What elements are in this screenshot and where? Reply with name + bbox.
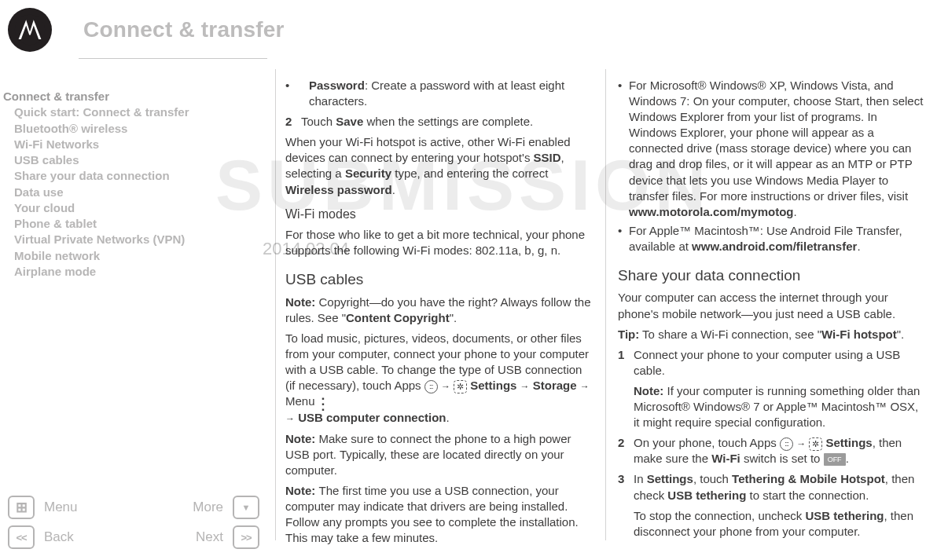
sidebar-nav: Connect & transfer Quick start: Connect …	[3, 89, 263, 280]
sidebar-item[interactable]: Wi-Fi Networks	[3, 137, 263, 152]
gear-icon	[454, 380, 467, 393]
more-label[interactable]: More	[193, 500, 233, 515]
menu-label[interactable]: Menu	[35, 500, 193, 515]
next-icon[interactable]	[233, 525, 259, 549]
text: type, and entering the correct	[391, 167, 548, 180]
link-wifi-hotspot[interactable]: Wi-Fi hotspot	[821, 328, 897, 341]
footer-nav: Menu More Back Next	[8, 492, 259, 552]
text: Settings	[822, 436, 872, 449]
apps-icon	[424, 380, 438, 393]
text: USB computer connection	[295, 411, 446, 424]
text: .	[793, 205, 796, 218]
text: Note:	[285, 295, 319, 309]
text: Make sure to connect the phone to a high…	[285, 432, 571, 477]
step-number: 1	[618, 347, 624, 363]
content-column-2: For Microsoft® Windows® XP, Windows Vist…	[618, 75, 924, 544]
sidebar-item[interactable]: Data use	[3, 185, 263, 200]
next-label[interactable]: Next	[196, 529, 233, 545]
text: Your computer can access the internet th…	[618, 290, 924, 321]
page-title: Connect & transfer	[83, 17, 285, 42]
step-number: 2	[285, 114, 292, 130]
sidebar-item[interactable]: Bluetooth® wireless	[3, 121, 263, 137]
text: Touch	[301, 115, 336, 128]
text: Note:	[285, 432, 319, 445]
text: Settings	[647, 472, 693, 485]
heading-usb-cables: USB cables	[285, 269, 592, 289]
step-number: 2	[618, 435, 624, 451]
text: For Microsoft® Windows® XP, Windows Vist…	[629, 79, 923, 203]
sidebar-item[interactable]: USB cables	[3, 152, 263, 168]
sidebar-item[interactable]: Phone & tablet	[3, 216, 263, 232]
apps-icon	[780, 437, 793, 451]
text: Tip:	[618, 328, 639, 341]
arrow-icon: →	[285, 413, 295, 424]
text: ".	[897, 328, 905, 341]
text: Menu	[285, 394, 318, 408]
text: .	[846, 452, 849, 465]
sidebar-item[interactable]: Quick start: Connect & transfer	[3, 104, 263, 120]
arrow-icon: →	[580, 381, 590, 392]
text: to start the connection.	[746, 489, 869, 502]
text: Settings	[467, 379, 520, 392]
text: Security	[345, 167, 391, 180]
text: Note:	[634, 384, 663, 397]
text: switch is set to	[740, 452, 824, 465]
sidebar-item[interactable]: Your cloud	[3, 200, 263, 216]
column-divider-2	[605, 69, 606, 540]
header: Connect & transfer	[0, 0, 926, 52]
heading-share-data: Share your data connection	[618, 265, 924, 285]
text: , touch	[693, 472, 732, 485]
text: In	[634, 472, 647, 485]
text: USB tethering	[805, 509, 884, 522]
header-divider	[79, 58, 267, 59]
sidebar-section-title[interactable]: Connect & transfer	[3, 89, 263, 104]
text: SSID	[534, 151, 561, 164]
text: The first time you use a USB connection,…	[285, 484, 579, 544]
text: .	[857, 240, 860, 253]
sidebar-item[interactable]: Virtual Private Networks (VPN)	[3, 232, 263, 247]
sidebar-item[interactable]: Share your data connection	[3, 168, 263, 184]
heading-wifi-modes: Wi-Fi modes	[285, 206, 592, 222]
content-column-1: Password: Create a password with at leas…	[285, 75, 592, 551]
off-badge: OFF	[824, 453, 846, 466]
back-icon[interactable]	[8, 525, 35, 549]
text: Tethering & Mobile Hotspot	[732, 472, 885, 485]
text: If your computer is running something ol…	[634, 384, 920, 429]
link-filetransfer[interactable]: www.android.com/filetransfer	[692, 240, 857, 253]
text: when the settings are complete.	[363, 115, 533, 128]
text: For those who like to get a bit more tec…	[285, 227, 592, 258]
motorola-logo	[8, 8, 52, 52]
text: Note:	[285, 484, 319, 497]
text: Save	[336, 115, 363, 128]
step-number: 3	[618, 471, 624, 487]
back-label[interactable]: Back	[35, 529, 196, 545]
text: Password	[309, 79, 365, 92]
text: ".	[450, 311, 457, 324]
menu-dots-icon	[318, 394, 328, 410]
text: Storage	[530, 379, 580, 392]
text: When your Wi-Fi hotspot is active, other…	[285, 135, 571, 164]
arrow-icon: →	[796, 438, 806, 449]
text: .	[392, 183, 395, 196]
text: Wi-Fi	[711, 452, 740, 465]
text: To stop the connection, uncheck	[634, 509, 805, 522]
arrow-icon: →	[441, 381, 450, 392]
arrow-icon: →	[520, 381, 530, 392]
text: USB tethering	[667, 489, 746, 502]
more-icon[interactable]	[233, 496, 259, 519]
text: On your phone, touch Apps	[634, 436, 780, 449]
sidebar-item[interactable]: Mobile network	[3, 248, 263, 264]
text: Wireless password	[285, 183, 392, 196]
column-divider-1	[275, 69, 276, 540]
link-mymotog[interactable]: www.motorola.com/mymotog	[629, 205, 793, 218]
text: To share a Wi-Fi connection, see "	[639, 328, 821, 341]
link-content-copyright[interactable]: Content Copyright	[346, 311, 450, 324]
gear-icon	[809, 437, 822, 451]
sidebar-item[interactable]: Airplane mode	[3, 264, 263, 280]
text: Connect your phone to your computer usin…	[634, 348, 900, 377]
svg-point-0	[15, 15, 45, 45]
menu-icon[interactable]	[8, 496, 35, 519]
